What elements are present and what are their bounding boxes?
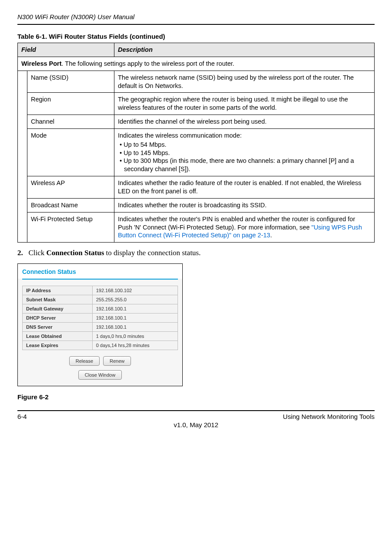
cs-value-subnet: 255.255.255.0 — [92, 295, 178, 304]
mode-bullet-2: Up to 145 Mbps. — [122, 149, 371, 157]
step-number: 2. — [17, 249, 23, 257]
cs-label-gateway: Default Gateway — [23, 304, 93, 314]
cs-value-dhcp: 192.168.100.1 — [92, 314, 178, 323]
page-footer: 6-4 Using Network Monitoring Tools — [17, 410, 375, 420]
table-caption: Table 6-1. WiFi Router Status Fields (co… — [17, 33, 375, 40]
field-desc-broadcast-name: Indicates whether the router is broadcas… — [114, 198, 375, 212]
cs-value-ip: 192.168.100.102 — [92, 286, 178, 295]
footer-left: 6-4 — [17, 413, 27, 420]
cs-label-lease-expires: Lease Expires — [23, 341, 93, 350]
footer-center: v1.0, May 2012 — [17, 421, 375, 428]
cs-title: Connection Status — [18, 264, 182, 279]
cs-value-lease-expires: 0 days,14 hrs,28 minutes — [92, 341, 178, 350]
cs-value-dns: 192.168.100.1 — [92, 323, 178, 332]
cs-value-lease-obtained: 1 days,0 hrs,0 minutes — [92, 332, 178, 341]
release-button[interactable]: Release — [69, 356, 100, 366]
close-window-button[interactable]: Close Window — [78, 370, 122, 380]
cs-label-dns: DNS Server — [23, 323, 93, 332]
row-indent-spacer — [18, 71, 27, 243]
page-header: N300 WiFi Router (N300R) User Manual — [17, 13, 375, 25]
field-wps: Wi-Fi Protected Setup — [27, 212, 114, 243]
field-wireless-ap: Wireless AP — [27, 176, 114, 199]
field-desc-wireless-ap: Indicates whether the radio feature of t… — [114, 176, 375, 199]
col-header-description: Description — [114, 43, 375, 57]
mode-intro: Indicates the wireless communication mod… — [118, 132, 242, 139]
cs-value-gateway: 192.168.100.1 — [92, 304, 178, 314]
section-wireless-port: Wireless Port. The following settings ap… — [18, 57, 375, 71]
step-pre: Click — [29, 249, 47, 257]
mode-bullet-1: Up to 54 Mbps. — [122, 141, 371, 149]
figure-caption: Figure 6-2 — [17, 393, 375, 401]
step-2-text: 2. Click Connection Status to display th… — [17, 249, 375, 257]
field-desc-region: The geographic region where the router i… — [114, 93, 375, 115]
field-desc-channel: Identifies the channel of the wireless p… — [114, 115, 375, 129]
mode-bullet-3: Up to 300 Mbps (in this mode, there are … — [122, 157, 371, 173]
field-channel: Channel — [27, 115, 114, 129]
footer-right: Using Network Monitoring Tools — [283, 413, 375, 420]
field-region: Region — [27, 93, 114, 115]
renew-button[interactable]: Renew — [103, 356, 131, 366]
cs-label-subnet: Subnet Mask — [23, 295, 93, 304]
section-title-rest: . The following settings apply to the wi… — [62, 60, 235, 67]
field-desc-wps: Indicates whether the router's PIN is en… — [114, 212, 375, 243]
field-broadcast-name: Broadcast Name — [27, 198, 114, 212]
section-title-prefix: Wireless Port — [21, 60, 62, 67]
col-header-field: Field — [18, 43, 114, 57]
field-name-ssid: Name (SSID) — [27, 71, 114, 93]
status-fields-table: Field Description Wireless Port. The fol… — [17, 43, 375, 243]
field-mode: Mode — [27, 128, 114, 176]
cs-label-ip: IP Address — [23, 286, 93, 295]
field-desc-ssid: The wireless network name (SSID) being u… — [114, 71, 375, 93]
step-post: to display the connection status. — [104, 249, 201, 257]
step-bold: Connection Status — [47, 249, 104, 257]
connection-status-table: IP Address192.168.100.102 Subnet Mask255… — [22, 286, 178, 350]
cs-label-lease-obtained: Lease Obtained — [23, 332, 93, 341]
cs-label-dhcp: DHCP Server — [23, 314, 93, 323]
field-desc-mode: Indicates the wireless communication mod… — [114, 128, 375, 176]
cs-divider — [22, 279, 178, 280]
wps-post: . — [270, 232, 272, 239]
connection-status-screenshot: Connection Status IP Address192.168.100.… — [17, 263, 183, 386]
